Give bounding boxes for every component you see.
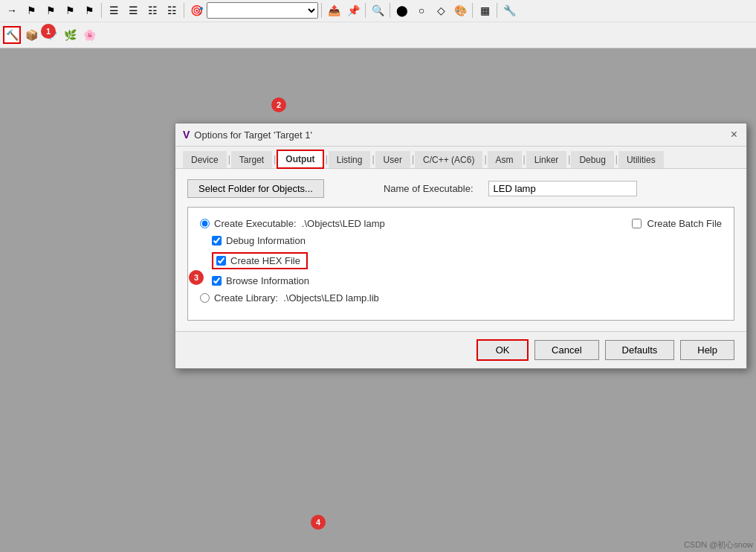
toolbar-sep6 — [472, 3, 473, 18]
dialog-footer: OK Cancel Defaults Help — [175, 331, 746, 368]
tab-utilities[interactable]: Utilities — [618, 151, 664, 168]
toolbar-rgb-btn[interactable]: 🎨 — [451, 1, 469, 19]
dialog-body: Select Folder for Objects... Name of Exe… — [175, 169, 746, 331]
create-batch-checkbox[interactable] — [632, 219, 642, 228]
step-badge-3: 3 — [189, 270, 204, 285]
toolbar-sep1 — [101, 3, 102, 18]
tab-asm[interactable]: Asm — [488, 151, 522, 168]
toolbar-row1: → ⚑ ⚑ ⚑ ⚑ ☰ ☰ ☷ ☷ 🎯 📤 📌 🔍 ⬤ ○ ◇ 🎨 ▦ 🔧 — [0, 0, 756, 22]
toolbar-row2: 🔨 📦 💎 🌿 🌸 — [0, 22, 756, 48]
toolbar-green1-btn[interactable]: 🌿 — [61, 26, 79, 44]
browse-info-checkbox[interactable] — [212, 276, 222, 286]
debug-info-checkbox[interactable] — [212, 236, 222, 245]
toolbar-list3-btn[interactable]: ☷ — [143, 1, 161, 19]
tab-output[interactable]: Output — [277, 150, 323, 169]
tab-linker[interactable]: Linker — [526, 151, 567, 168]
toolbar-sep3 — [321, 3, 322, 18]
toolbar-list1-btn[interactable]: ☰ — [105, 1, 123, 19]
step-badge-4: 4 — [311, 515, 326, 530]
tab-user[interactable]: User — [375, 151, 410, 168]
tab-device[interactable]: Device — [183, 151, 227, 168]
v-logo-icon: V — [183, 129, 190, 141]
toolbar-list4-btn[interactable]: ☷ — [163, 1, 181, 19]
toolbar-shape-btn[interactable]: ◇ — [432, 1, 450, 19]
watermark: CSDN @初心snow — [684, 539, 753, 551]
name-exe-input[interactable] — [488, 181, 637, 196]
toolbar-sep4 — [365, 3, 366, 18]
tab-listing[interactable]: Listing — [329, 151, 371, 168]
dialog-titlebar: V Options for Target 'Target 1' × — [175, 123, 746, 147]
create-lib-label: Create Library: .\Objects\LED lamp.lib — [214, 292, 379, 304]
step-badge-2: 2 — [271, 97, 286, 112]
dialog: V Options for Target 'Target 1' × Device… — [175, 123, 747, 369]
toolbar-flag2-btn[interactable]: ⚑ — [42, 1, 59, 19]
create-lib-row: Create Library: .\Objects\LED lamp.lib — [200, 292, 722, 304]
toolbar-build-btn[interactable]: 🔨 — [3, 26, 21, 44]
create-lib-radio[interactable] — [200, 293, 210, 303]
tab-debug[interactable]: Debug — [571, 151, 613, 168]
main-area: V Options for Target 'Target 1' × Device… — [0, 48, 756, 552]
toolbar-export-btn[interactable]: 📤 — [325, 1, 343, 19]
cancel-button[interactable]: Cancel — [534, 340, 598, 360]
create-exe-label: Create Executable: .\Objects\LED lamp — [214, 218, 385, 229]
tab-cpp[interactable]: C/C++ (AC6) — [415, 151, 482, 168]
toolbar-target-btn[interactable]: 🎯 — [187, 1, 205, 19]
toolbar-circle2-btn[interactable]: ○ — [413, 1, 430, 19]
create-batch-area: Create Batch File — [632, 218, 722, 229]
toolbar-load-btn[interactable]: 📦 — [22, 26, 40, 44]
create-hex-row: Create HEX File — [212, 252, 722, 269]
toolbar-list2-btn[interactable]: ☰ — [124, 1, 142, 19]
ok-button[interactable]: OK — [476, 339, 529, 361]
dialog-title-text: Options for Target 'Target 1' — [194, 129, 312, 141]
toolbar-pin-btn[interactable]: 📌 — [344, 1, 362, 19]
top-row: Select Folder for Objects... Name of Exe… — [187, 179, 734, 198]
toolbar-sep7 — [497, 3, 497, 18]
toolbar-arrow-btn[interactable]: → — [3, 1, 21, 19]
dialog-close-btn[interactable]: × — [729, 128, 739, 141]
browse-info-row: Browse Information — [212, 275, 722, 286]
toolbar-search-btn[interactable]: 🔍 — [369, 1, 387, 19]
create-hex-checkbox[interactable] — [216, 256, 226, 266]
tab-target[interactable]: Target — [231, 151, 272, 168]
toolbar-flag1-btn[interactable]: ⚑ — [22, 1, 40, 19]
browse-info-label: Browse Information — [226, 275, 309, 286]
toolbar-view-btn[interactable]: ▦ — [476, 1, 494, 19]
step-badge-1: 1 — [41, 24, 56, 39]
toolbar-green2-btn[interactable]: 🌸 — [80, 26, 98, 44]
defaults-button[interactable]: Defaults — [605, 340, 675, 360]
create-batch-label: Create Batch File — [647, 218, 722, 229]
toolbar: → ⚑ ⚑ ⚑ ⚑ ☰ ☰ ☷ ☷ 🎯 📤 📌 🔍 ⬤ ○ ◇ 🎨 ▦ 🔧 🔨 … — [0, 0, 756, 48]
tabs-row: Device | Target | Output | Listing | Use… — [175, 147, 746, 169]
toolbar-circle1-btn[interactable]: ⬤ — [393, 1, 411, 19]
name-exe-label: Name of Executable: — [384, 183, 474, 194]
toolbar-sep2 — [184, 3, 184, 18]
debug-info-label: Debug Information — [226, 235, 306, 246]
toolbar-flag4-btn[interactable]: ⚑ — [80, 1, 98, 19]
create-hex-wrapper: Create HEX File — [212, 252, 308, 269]
dialog-title: V Options for Target 'Target 1' — [183, 129, 312, 141]
toolbar-target-select[interactable] — [207, 2, 318, 19]
debug-info-row: Debug Information — [212, 235, 722, 246]
select-folder-btn[interactable]: Select Folder for Objects... — [187, 179, 324, 198]
content-box: Create Batch File Create Executable: .\O… — [187, 207, 734, 321]
toolbar-flag3-btn[interactable]: ⚑ — [61, 1, 79, 19]
toolbar-sep5 — [390, 3, 390, 18]
help-button[interactable]: Help — [680, 340, 734, 360]
toolbar-settings-btn[interactable]: 🔧 — [500, 1, 518, 19]
create-exe-radio[interactable] — [200, 219, 210, 228]
create-hex-label: Create HEX File — [230, 255, 300, 266]
